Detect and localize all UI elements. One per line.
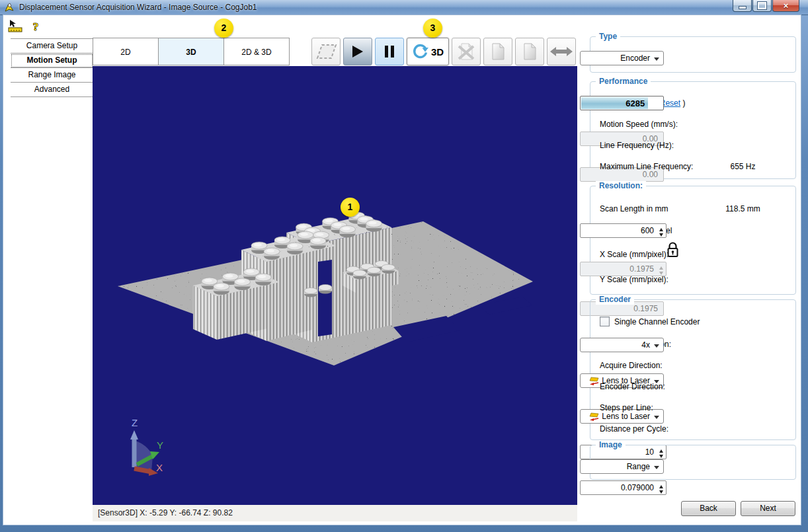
group-resolution-title: Resolution: [596,181,646,191]
group-type: Type Motion Input: Encoder [590,36,796,73]
spinner-down-icon[interactable] [659,490,663,496]
window-titlebar[interactable]: Displacement Sensor Acquisition Wizard -… [0,0,808,15]
svg-text:?: ? [33,20,39,33]
distance-per-cycle-label: Distance per Cycle: [600,424,668,434]
sidebar-item-advanced[interactable]: Advanced [11,83,93,97]
x-scale-label: X Scale (mm/pixel): [600,250,668,259]
group-encoder: Encoder Single Channel Encoder Encoder R… [590,299,796,440]
sidebar-item-camera-setup[interactable]: Camera Setup [11,39,93,54]
encoder-resolution-select[interactable]: 4x [580,338,664,352]
back-button[interactable]: Back [681,501,736,516]
tab-2d-and-3d[interactable]: 2D & 3D [223,38,290,65]
single-channel-checkbox-row[interactable]: Single Channel Encoder [600,317,700,326]
app-icon [5,3,15,13]
page-icon [522,42,537,61]
region-select-icon [313,43,339,60]
copy-image-button[interactable] [483,38,512,65]
x-scale-field: 0.1975 [580,262,667,276]
max-line-frequency-label: Maximum Line Frequency: [600,162,693,171]
scan-length-pixel-value: 600 [641,226,654,235]
lock-icon [666,241,680,258]
scan-length-pixel-field[interactable]: 600 [580,223,667,238]
group-encoder-title: Encoder [596,295,634,305]
chevron-down-icon [654,57,659,63]
maximize-button[interactable] [752,0,772,12]
motion-input-select[interactable]: Encoder [580,51,664,65]
direction-icon [589,412,600,421]
view-tabs: 2D 3D 2D & 3D [93,38,290,65]
line-frequency-label: Line Frequency (Hz): [600,141,674,150]
spinner-down-icon[interactable] [659,233,663,239]
group-image: Image Camera Mode: Range [590,445,796,480]
step-badge-1: 1 [341,198,360,217]
rotate-3d-icon [412,43,429,60]
single-channel-checkbox[interactable] [600,317,610,326]
rotate-3d-button[interactable]: 3D [407,38,449,65]
distance-per-cycle-field[interactable]: 0.079000 [580,480,667,495]
step-badge-2: 2 [214,19,233,38]
application-window: { "window": { "title": "Displacement Sen… [0,0,808,532]
step-badge-3: 3 [423,19,442,38]
next-button[interactable]: Next [741,501,795,516]
close-icon: × [784,1,789,10]
axis-y-label: Y [157,439,163,451]
encoder-count-fill: 6285 [581,97,648,109]
encoder-direction-label: Encoder Direction: [600,382,665,391]
max-line-frequency-value: 655 Hz [701,162,785,171]
pause-button[interactable] [375,38,404,65]
axis-z-label: Z [132,417,138,428]
play-button[interactable] [343,38,372,65]
distance-per-cycle-value: 0.079000 [621,483,654,492]
minimize-icon [739,6,747,9]
camera-mode-value: Range [627,462,650,471]
spinner-up-icon[interactable] [659,483,663,488]
group-performance: Performance Encoder Count:( Reset ) 6285… [590,81,796,179]
sidebar-item-motion-setup[interactable]: Motion Setup [11,54,93,68]
chevron-down-icon [654,416,659,422]
tab-2d[interactable]: 2D [93,38,159,65]
maximize-icon [758,2,766,9]
motion-speed-label: Motion Speed (mm/s): [600,120,678,129]
chevron-down-icon [654,466,659,472]
rotate-3d-label: 3D [431,46,444,57]
single-channel-label: Single Channel Encoder [614,317,700,326]
steps-per-line-label: Steps per Line: [600,403,653,412]
detach-image-button[interactable] [452,38,481,65]
pause-icon [384,45,395,58]
scan-length-mm-value: 118.5 mm [701,204,785,213]
tab-3d[interactable]: 3D [158,38,224,65]
region-select-button[interactable] [311,38,341,65]
viewport-3d[interactable]: Z Y X [93,66,577,505]
axis-x-label: X [156,462,163,473]
fit-width-button[interactable] [547,38,576,65]
sidebar-item-range-image[interactable]: Range Image [11,68,93,83]
fit-width-icon [549,46,574,57]
encoder-count-field[interactable]: 6285 [580,96,664,110]
client-area: ? Camera Setup Motion Setup Range Image … [3,15,801,525]
encoder-count-value: 6285 [626,98,645,108]
range-surface [118,212,533,365]
help-button[interactable]: ? [30,20,41,33]
group-image-title: Image [596,440,626,450]
save-image-button[interactable] [515,38,544,65]
scan-length-mm-label: Scan Length in mm [600,204,668,213]
group-type-title: Type [596,32,620,42]
window-title: Displacement Sensor Acquisition Wizard -… [19,3,257,12]
spinner-up-icon [659,264,663,270]
acquire-direction-label: Acquire Direction: [600,361,663,370]
y-scale-label: Y Scale (mm/pixel): [600,275,668,284]
motion-input-value: Encoder [620,54,650,63]
camera-mode-select[interactable]: Range [580,459,664,474]
chevron-down-icon [654,344,659,350]
encoder-resolution-value: 4x [641,340,650,350]
close-button[interactable]: × [772,0,799,12]
measure-tool-button[interactable] [8,20,24,33]
x-scale-value: 0.1975 [629,264,654,274]
line-frequency-value: 0.00 [643,170,658,179]
play-icon [352,45,364,58]
status-bar: [Sensor3D] X: -5.29 Y: -66.74 Z: 90.82 [93,505,577,521]
spinner-up-icon[interactable] [659,226,663,231]
minimize-button[interactable] [733,0,752,12]
encoder-direction-value: Lens to Laser [602,412,650,421]
acquisition-toolbar: 3D [311,38,576,65]
